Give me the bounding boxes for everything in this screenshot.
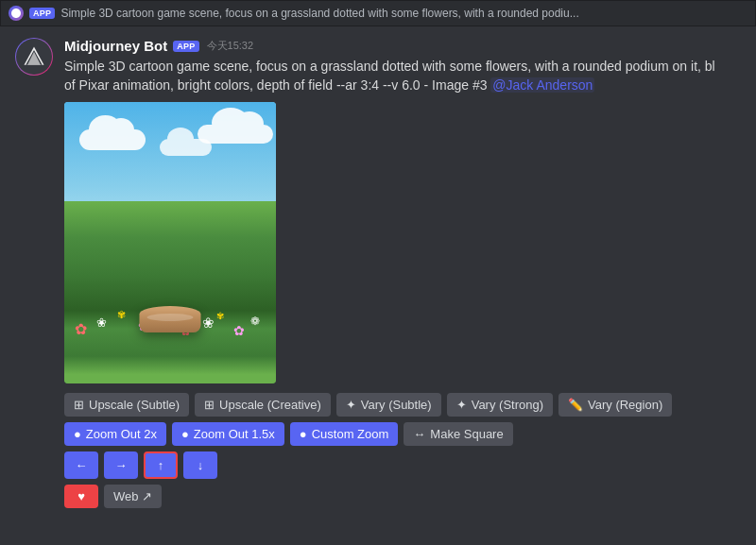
upscale-creative-button[interactable]: ⊞ Upscale (Creative) — [195, 393, 331, 417]
zoom-out-2x-label: Zoom Out 2x — [86, 427, 157, 441]
message-text: Simple 3D cartoon game scene, focus on a… — [64, 58, 741, 94]
upscale-creative-icon: ⊞ — [204, 398, 215, 412]
flower-8: ✾ — [216, 311, 224, 321]
top-bar-bot-icon — [9, 6, 24, 21]
podium — [140, 306, 201, 332]
upscale-creative-label: Upscale (Creative) — [219, 398, 321, 412]
message-container: Midjourney Bot APP 今天15:32 Simple 3D car… — [0, 26, 756, 525]
zoom-out-2x-icon: ● — [74, 427, 81, 441]
web-button[interactable]: Web ↗ — [104, 485, 162, 508]
top-bar-text: Simple 3D cartoon game scene, focus on a… — [60, 7, 578, 20]
avatar-inner — [16, 39, 52, 75]
custom-zoom-button[interactable]: ● Custom Zoom — [290, 422, 399, 446]
cloud-1 — [79, 129, 146, 150]
vary-region-icon: ✏️ — [568, 398, 583, 412]
message-text-line1: Simple 3D cartoon game scene, focus on a… — [64, 59, 715, 74]
image-label: - Image #3 — [424, 77, 491, 93]
zoom-out-1-5x-label: Zoom Out 1.5x — [194, 427, 275, 441]
timestamp: 今天15:32 — [207, 39, 254, 53]
flower-1: ✿ — [75, 320, 87, 338]
app-badge: APP — [173, 41, 198, 52]
vary-region-button[interactable]: ✏️ Vary (Region) — [558, 393, 672, 417]
avatar — [15, 38, 53, 76]
arrow-down-button[interactable]: ↓ — [183, 451, 217, 479]
generated-image: ✿ ❀ ✾ ✿ ❁ ✿ ❀ ✾ ✿ ❁ — [64, 102, 276, 383]
zoom-out-1-5x-icon: ● — [181, 427, 189, 441]
make-square-icon: ↔ — [413, 427, 425, 441]
custom-zoom-icon: ● — [300, 427, 307, 441]
arrow-left-button[interactable]: ← — [64, 451, 98, 479]
message-text-line2: of Pixar animation, bright colors, depth… — [64, 77, 421, 93]
vary-strong-label: Vary (Strong) — [472, 398, 543, 412]
heart-button[interactable]: ♥ — [64, 485, 98, 508]
zoom-out-1-5x-button[interactable]: ● Zoom Out 1.5x — [172, 422, 284, 446]
flower-3: ✾ — [117, 309, 126, 321]
image-container: ✿ ❀ ✾ ✿ ❁ ✿ ❀ ✾ ✿ ❁ — [64, 102, 741, 383]
flower-10: ❁ — [250, 315, 260, 328]
buttons-row-2: ● Zoom Out 2x ● Zoom Out 1.5x ● Custom Z… — [64, 422, 741, 446]
vary-subtle-icon: ✦ — [346, 398, 356, 412]
top-bar: APP Simple 3D cartoon game scene, focus … — [0, 0, 756, 26]
vary-region-label: Vary (Region) — [588, 398, 662, 412]
flower-2: ❀ — [96, 315, 107, 330]
make-square-label: Make Square — [430, 427, 503, 441]
flower-7: ❀ — [202, 315, 215, 332]
cloud-group — [75, 125, 266, 196]
web-label: Web ↗ — [113, 489, 152, 503]
arrow-right-icon: → — [115, 458, 128, 472]
top-bar-app-badge: APP — [29, 8, 55, 19]
arrow-right-button[interactable]: → — [104, 451, 138, 479]
heart-icon: ♥ — [77, 489, 85, 503]
buttons-row-1: ⊞ Upscale (Subtle) ⊞ Upscale (Creative) … — [64, 393, 741, 417]
vary-strong-icon: ✦ — [456, 398, 467, 412]
message-content: Midjourney Bot APP 今天15:32 Simple 3D car… — [64, 38, 741, 514]
vary-strong-button[interactable]: ✦ Vary (Strong) — [447, 393, 553, 417]
cloud-3 — [198, 125, 273, 144]
make-square-button[interactable]: ↔ Make Square — [404, 422, 512, 446]
message-header: Midjourney Bot APP 今天15:32 — [64, 38, 741, 54]
buttons-row-3: ← → ↑ ↓ — [64, 451, 741, 479]
vary-subtle-label: Vary (Subtle) — [361, 398, 432, 412]
mention[interactable]: @Jack Anderson — [490, 77, 594, 93]
buttons-row-4: ♥ Web ↗ — [64, 485, 741, 508]
meadow: ✿ ❀ ✾ ✿ ❁ ✿ ❀ ✾ ✿ ❁ — [64, 201, 276, 384]
arrow-left-icon: ← — [76, 458, 88, 472]
upscale-subtle-button[interactable]: ⊞ Upscale (Subtle) — [64, 393, 189, 417]
arrow-up-icon: ↑ — [158, 458, 164, 472]
flower-9: ✿ — [233, 323, 245, 338]
bot-name: Midjourney Bot — [64, 38, 167, 54]
upscale-subtle-label: Upscale (Subtle) — [89, 398, 180, 412]
vary-subtle-button[interactable]: ✦ Vary (Subtle) — [336, 393, 441, 417]
custom-zoom-label: Custom Zoom — [312, 427, 389, 441]
arrow-down-icon: ↓ — [198, 458, 204, 472]
upscale-subtle-icon: ⊞ — [74, 398, 84, 412]
arrow-up-button[interactable]: ↑ — [144, 451, 178, 479]
zoom-out-2x-button[interactable]: ● Zoom Out 2x — [64, 422, 166, 446]
